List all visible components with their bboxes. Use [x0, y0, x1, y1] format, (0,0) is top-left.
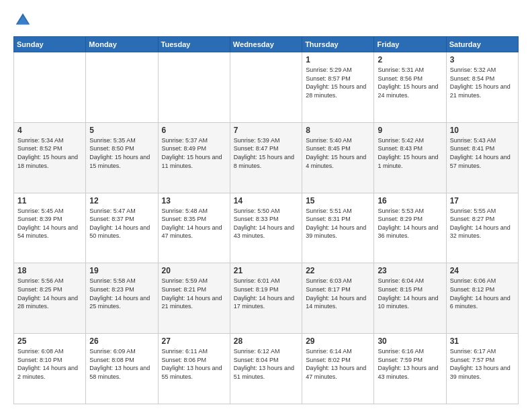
week-row-3: 11Sunrise: 5:45 AM Sunset: 8:39 PM Dayli…: [14, 193, 519, 263]
day-info: Sunrise: 5:50 AM Sunset: 8:33 PM Dayligh…: [234, 207, 298, 240]
empty-cell: [158, 52, 230, 123]
day-number: 20: [162, 266, 226, 275]
day-number: 1: [306, 55, 370, 64]
day-number: 28: [234, 336, 298, 346]
day-cell-27: 27Sunrise: 6:11 AM Sunset: 8:06 PM Dayli…: [158, 334, 230, 404]
day-number: 27: [162, 336, 226, 346]
empty-cell: [14, 52, 86, 123]
calendar-table: SundayMondayTuesdayWednesdayThursdayFrid…: [13, 36, 519, 404]
day-number: 24: [450, 266, 515, 275]
day-cell-23: 23Sunrise: 6:04 AM Sunset: 8:15 PM Dayli…: [374, 263, 446, 334]
day-info: Sunrise: 5:58 AM Sunset: 8:23 PM Dayligh…: [89, 277, 154, 310]
day-info: Sunrise: 5:55 AM Sunset: 8:27 PM Dayligh…: [450, 207, 515, 240]
day-info: Sunrise: 5:45 AM Sunset: 8:39 PM Dayligh…: [17, 207, 82, 240]
week-row-5: 25Sunrise: 6:08 AM Sunset: 8:10 PM Dayli…: [14, 334, 519, 404]
day-cell-18: 18Sunrise: 5:56 AM Sunset: 8:25 PM Dayli…: [14, 263, 86, 334]
week-row-4: 18Sunrise: 5:56 AM Sunset: 8:25 PM Dayli…: [14, 263, 519, 334]
weekday-header-sunday: Sunday: [14, 37, 86, 52]
day-cell-29: 29Sunrise: 6:14 AM Sunset: 8:02 PM Dayli…: [302, 334, 374, 404]
day-info: Sunrise: 5:29 AM Sunset: 8:57 PM Dayligh…: [306, 66, 370, 99]
day-info: Sunrise: 5:47 AM Sunset: 8:37 PM Dayligh…: [89, 207, 154, 240]
day-number: 26: [89, 336, 154, 346]
day-info: Sunrise: 5:48 AM Sunset: 8:35 PM Dayligh…: [162, 207, 226, 240]
weekday-header-monday: Monday: [86, 37, 158, 52]
empty-cell: [230, 52, 302, 123]
day-info: Sunrise: 5:51 AM Sunset: 8:31 PM Dayligh…: [306, 207, 370, 240]
day-info: Sunrise: 5:31 AM Sunset: 8:56 PM Dayligh…: [378, 66, 442, 99]
day-number: 2: [378, 55, 442, 64]
day-number: 3: [450, 55, 515, 64]
day-cell-17: 17Sunrise: 5:55 AM Sunset: 8:27 PM Dayli…: [446, 193, 518, 263]
day-info: Sunrise: 5:53 AM Sunset: 8:29 PM Dayligh…: [378, 207, 442, 240]
day-cell-13: 13Sunrise: 5:48 AM Sunset: 8:35 PM Dayli…: [158, 193, 230, 263]
day-cell-28: 28Sunrise: 6:12 AM Sunset: 8:04 PM Dayli…: [230, 334, 302, 404]
day-cell-25: 25Sunrise: 6:08 AM Sunset: 8:10 PM Dayli…: [14, 334, 86, 404]
day-number: 21: [234, 266, 298, 275]
day-number: 16: [378, 196, 442, 205]
day-cell-26: 26Sunrise: 6:09 AM Sunset: 8:08 PM Dayli…: [86, 334, 158, 404]
day-info: Sunrise: 5:37 AM Sunset: 8:49 PM Dayligh…: [162, 136, 226, 170]
day-number: 18: [17, 266, 82, 275]
day-number: 9: [378, 126, 442, 135]
day-cell-12: 12Sunrise: 5:47 AM Sunset: 8:37 PM Dayli…: [86, 193, 158, 263]
day-info: Sunrise: 6:14 AM Sunset: 8:02 PM Dayligh…: [306, 347, 370, 381]
day-number: 8: [306, 126, 370, 135]
day-number: 19: [89, 266, 154, 275]
day-cell-21: 21Sunrise: 6:01 AM Sunset: 8:19 PM Dayli…: [230, 263, 302, 334]
day-number: 25: [17, 336, 82, 346]
day-cell-10: 10Sunrise: 5:43 AM Sunset: 8:41 PM Dayli…: [446, 122, 518, 193]
day-info: Sunrise: 6:16 AM Sunset: 7:59 PM Dayligh…: [378, 347, 442, 381]
day-info: Sunrise: 6:12 AM Sunset: 8:04 PM Dayligh…: [234, 347, 298, 381]
calendar-page: SundayMondayTuesdayWednesdayThursdayFrid…: [0, 0, 532, 411]
day-number: 14: [234, 196, 298, 205]
day-info: Sunrise: 5:35 AM Sunset: 8:50 PM Dayligh…: [89, 136, 154, 170]
day-number: 5: [89, 126, 154, 135]
day-info: Sunrise: 6:08 AM Sunset: 8:10 PM Dayligh…: [17, 347, 82, 381]
day-number: 6: [162, 126, 226, 135]
day-cell-8: 8Sunrise: 5:40 AM Sunset: 8:45 PM Daylig…: [302, 122, 374, 193]
day-info: Sunrise: 5:39 AM Sunset: 8:47 PM Dayligh…: [234, 136, 298, 170]
day-cell-24: 24Sunrise: 6:06 AM Sunset: 8:12 PM Dayli…: [446, 263, 518, 334]
day-cell-9: 9Sunrise: 5:42 AM Sunset: 8:43 PM Daylig…: [374, 122, 446, 193]
day-number: 17: [450, 196, 515, 205]
day-cell-16: 16Sunrise: 5:53 AM Sunset: 8:29 PM Dayli…: [374, 193, 446, 263]
day-number: 31: [450, 336, 515, 346]
day-info: Sunrise: 6:17 AM Sunset: 7:57 PM Dayligh…: [450, 347, 515, 381]
logo: [13, 11, 35, 30]
day-cell-22: 22Sunrise: 6:03 AM Sunset: 8:17 PM Dayli…: [302, 263, 374, 334]
day-cell-7: 7Sunrise: 5:39 AM Sunset: 8:47 PM Daylig…: [230, 122, 302, 193]
day-number: 4: [17, 126, 82, 135]
day-cell-1: 1Sunrise: 5:29 AM Sunset: 8:57 PM Daylig…: [302, 52, 374, 123]
day-cell-15: 15Sunrise: 5:51 AM Sunset: 8:31 PM Dayli…: [302, 193, 374, 263]
week-row-2: 4Sunrise: 5:34 AM Sunset: 8:52 PM Daylig…: [14, 122, 519, 193]
day-info: Sunrise: 5:34 AM Sunset: 8:52 PM Dayligh…: [17, 136, 82, 170]
day-number: 12: [89, 196, 154, 205]
day-info: Sunrise: 6:06 AM Sunset: 8:12 PM Dayligh…: [450, 277, 515, 310]
day-info: Sunrise: 5:32 AM Sunset: 8:54 PM Dayligh…: [450, 66, 515, 99]
day-cell-4: 4Sunrise: 5:34 AM Sunset: 8:52 PM Daylig…: [14, 122, 86, 193]
day-info: Sunrise: 5:40 AM Sunset: 8:45 PM Dayligh…: [306, 136, 370, 170]
day-cell-3: 3Sunrise: 5:32 AM Sunset: 8:54 PM Daylig…: [446, 52, 518, 123]
weekday-header-thursday: Thursday: [302, 37, 374, 52]
day-info: Sunrise: 6:11 AM Sunset: 8:06 PM Dayligh…: [162, 347, 226, 381]
day-info: Sunrise: 6:01 AM Sunset: 8:19 PM Dayligh…: [234, 277, 298, 310]
header: [13, 11, 519, 30]
weekday-header-friday: Friday: [374, 37, 446, 52]
day-info: Sunrise: 6:04 AM Sunset: 8:15 PM Dayligh…: [378, 277, 442, 310]
day-number: 7: [234, 126, 298, 135]
weekday-header-saturday: Saturday: [446, 37, 518, 52]
day-info: Sunrise: 5:59 AM Sunset: 8:21 PM Dayligh…: [162, 277, 226, 310]
day-info: Sunrise: 5:43 AM Sunset: 8:41 PM Dayligh…: [450, 136, 515, 170]
day-info: Sunrise: 5:56 AM Sunset: 8:25 PM Dayligh…: [17, 277, 82, 310]
day-cell-19: 19Sunrise: 5:58 AM Sunset: 8:23 PM Dayli…: [86, 263, 158, 334]
day-number: 30: [378, 336, 442, 346]
weekday-header-tuesday: Tuesday: [158, 37, 230, 52]
day-cell-6: 6Sunrise: 5:37 AM Sunset: 8:49 PM Daylig…: [158, 122, 230, 193]
day-cell-11: 11Sunrise: 5:45 AM Sunset: 8:39 PM Dayli…: [14, 193, 86, 263]
empty-cell: [86, 52, 158, 123]
weekday-header-wednesday: Wednesday: [230, 37, 302, 52]
day-number: 29: [306, 336, 370, 346]
day-cell-20: 20Sunrise: 5:59 AM Sunset: 8:21 PM Dayli…: [158, 263, 230, 334]
week-row-1: 1Sunrise: 5:29 AM Sunset: 8:57 PM Daylig…: [14, 52, 519, 123]
day-cell-5: 5Sunrise: 5:35 AM Sunset: 8:50 PM Daylig…: [86, 122, 158, 193]
